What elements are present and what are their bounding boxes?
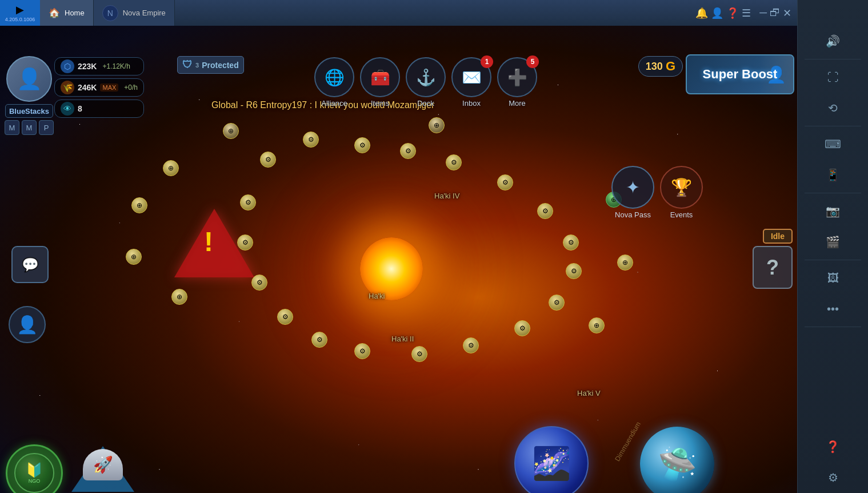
bs-gallery-icon[interactable]: 🖼: [819, 264, 847, 292]
tab-home[interactable]: 🏠 Home: [40, 0, 94, 26]
menu-icon[interactable]: ☰: [742, 7, 751, 19]
bs-camera-icon[interactable]: 📷: [819, 197, 847, 225]
bs-keyboard-icon[interactable]: ⌨: [819, 130, 847, 158]
bluestacks-logo[interactable]: ▶ 4.205.0.1006: [0, 0, 40, 26]
star-sun: [360, 237, 423, 300]
tab-nova-empire[interactable]: N Nova Empire: [94, 0, 175, 26]
bs-video-icon[interactable]: 🎬: [819, 228, 847, 256]
bluestacks-right-panel: 🔊 ⛶ ⟲ ⌨ 📱 📷 🎬 🖼 ••• ❓ ⚙: [797, 0, 868, 493]
bs-sound-icon[interactable]: 🔊: [819, 27, 847, 55]
game-viewport: Global - R6 Entropy197 : I knew you woul…: [0, 26, 797, 493]
bluestacks-version: 4.205.0.1006: [5, 17, 35, 22]
restore-icon[interactable]: 🗗: [770, 7, 780, 19]
close-icon[interactable]: ✕: [783, 7, 791, 19]
minimize-icon[interactable]: ─: [759, 7, 767, 19]
help-icon[interactable]: ❓: [726, 7, 739, 19]
nova-game-icon: N: [102, 5, 118, 21]
account-icon[interactable]: 👤: [711, 7, 723, 19]
home-icon: 🏠: [49, 7, 60, 18]
alert-warning[interactable]: [174, 209, 254, 277]
bs-settings-icon[interactable]: ⚙: [819, 463, 847, 492]
bs-help-icon[interactable]: ❓: [819, 432, 847, 461]
notification-icon[interactable]: 🔔: [695, 7, 708, 19]
bs-fullscreen-icon[interactable]: ⛶: [819, 63, 847, 92]
bs-mobile-icon[interactable]: 📱: [819, 161, 847, 189]
bs-more-icon[interactable]: •••: [819, 295, 847, 323]
bluestacks-topbar: ▶ 4.205.0.1006 🏠 Home N Nova Empire 🔔 👤 …: [0, 0, 797, 26]
bs-landscape-icon[interactable]: ⟲: [819, 94, 847, 122]
